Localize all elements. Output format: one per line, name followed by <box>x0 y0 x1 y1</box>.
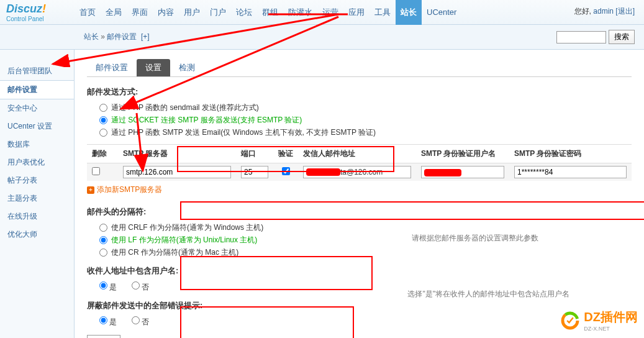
nav-antispam[interactable]: 防灌水 <box>283 0 317 25</box>
nav-portal[interactable]: 门户 <box>205 0 231 25</box>
radio-s4-no[interactable] <box>132 316 140 324</box>
nav-home[interactable]: 首页 <box>75 0 101 25</box>
port-input[interactable] <box>241 166 268 178</box>
nav-interface[interactable]: 界面 <box>127 0 153 25</box>
sidebar-item-ucenter[interactable]: UCenter 设置 <box>0 117 74 135</box>
th-delete: 删除 <box>87 145 118 163</box>
main-nav: 首页 全局 界面 内容 用户 门户 论坛 群组 防灌水 运营 应用 工具 站长 … <box>75 0 638 25</box>
section3-desc: 选择"是"将在收件人的邮件地址中包含站点用户名 <box>407 289 569 299</box>
nav-app[interactable]: 应用 <box>343 0 370 25</box>
radio-crlf[interactable] <box>99 224 107 232</box>
section4-title: 屏蔽邮件发送中的全部错误提示: <box>87 300 632 311</box>
breadcrumb-plus[interactable]: [+] <box>141 32 150 41</box>
sidebar-item-usertable[interactable]: 用户表优化 <box>0 153 74 171</box>
header: Discuz! Control Panel 首页 全局 界面 内容 用户 门户 … <box>0 0 644 25</box>
section3-title: 收件人地址中包含用户名: <box>87 265 632 276</box>
breadcrumb-root[interactable]: 站长 <box>84 32 99 41</box>
nav-global[interactable]: 全局 <box>101 0 127 25</box>
submit-button[interactable]: 提交 <box>87 335 120 338</box>
watermark-icon <box>560 311 580 331</box>
sidebar-item-thread-split[interactable]: 主题分表 <box>0 190 74 208</box>
nav-ucenter[interactable]: UCenter <box>422 0 461 25</box>
smtp-table: 删除 SMTP 服务器 端口 验证 发信人邮件地址 SMTP 身份验证用户名 S… <box>87 144 632 181</box>
radio-lf[interactable] <box>99 236 107 244</box>
tabs: 邮件设置 设置 检测 <box>87 59 632 77</box>
add-smtp-link[interactable]: +添加新SMTP服务器 <box>87 185 162 195</box>
label-php-smtp: 通过 PHP 函数 SMTP 发送 Email(仅 Windows 主机下有效,… <box>111 127 376 138</box>
content: 邮件设置 设置 检测 邮件发送方式: 通过 PHP 函数的 sendmail 发… <box>75 50 644 338</box>
plus-icon: + <box>87 186 94 194</box>
radio-socket[interactable] <box>99 116 107 124</box>
breadcrumb-page[interactable]: 邮件设置 <box>107 32 137 41</box>
tab-settings[interactable]: 设置 <box>137 59 170 76</box>
tab-mail-settings[interactable]: 邮件设置 <box>87 59 137 76</box>
nav-tools[interactable]: 工具 <box>370 0 396 25</box>
username-link[interactable]: admin <box>593 7 614 16</box>
th-server: SMTP 服务器 <box>118 145 236 163</box>
breadcrumb: 站长 » 邮件设置 [+] <box>84 32 556 42</box>
radio-s3-yes[interactable] <box>99 281 107 290</box>
auth-checkbox[interactable] <box>282 167 290 175</box>
tab-test[interactable]: 检测 <box>170 59 204 76</box>
nav-webmaster[interactable]: 站长 <box>396 0 422 25</box>
sidebar-item-database[interactable]: 数据库 <box>0 135 74 153</box>
nav-operation[interactable]: 运营 <box>317 0 343 25</box>
watermark: DZ插件网 DZ-X.NET <box>560 309 638 332</box>
search-button[interactable]: 搜索 <box>609 30 635 44</box>
section2-title: 邮件头的分隔符: <box>87 206 632 217</box>
nav-content[interactable]: 内容 <box>153 0 179 25</box>
radio-sendmail[interactable] <box>99 104 107 112</box>
th-port: 端口 <box>236 145 273 163</box>
email-input[interactable]: ta@126.com <box>303 166 411 178</box>
label-crlf: 使用 CRLF 作为分隔符(通常为 Windows 主机) <box>111 222 263 233</box>
nav-user[interactable]: 用户 <box>179 0 205 25</box>
radio-php-smtp[interactable] <box>99 129 107 137</box>
label-socket: 通过 SOCKET 连接 SMTP 服务器发送(支持 ESMTP 验证) <box>111 115 302 126</box>
sidebar-item-team[interactable]: 后台管理团队 <box>0 62 74 80</box>
th-email: 发信人邮件地址 <box>298 145 416 163</box>
radio-s4-yes[interactable] <box>99 316 107 324</box>
th-pass: SMTP 身份验证密码 <box>509 145 632 163</box>
sidebar: 后台管理团队 邮件设置 安全中心 UCenter 设置 数据库 用户表优化 帖子… <box>0 50 75 338</box>
sidebar-item-optimize[interactable]: 优化大师 <box>0 226 74 244</box>
sidebar-item-security[interactable]: 安全中心 <box>0 99 74 117</box>
section1-title: 邮件发送方式: <box>87 86 632 98</box>
label-sendmail: 通过 PHP 函数的 sendmail 发送(推荐此方式) <box>111 103 259 113</box>
nav-forum[interactable]: 论坛 <box>231 0 257 25</box>
th-user: SMTP 身份验证用户名 <box>416 145 509 163</box>
user-info: 您好, admin [退出] <box>574 6 635 17</box>
label-cr: 使用 CR 作为分隔符(通常为 Mac 主机) <box>111 247 238 258</box>
sidebar-item-upgrade[interactable]: 在线升级 <box>0 208 74 226</box>
smtp-user-input[interactable] <box>421 166 504 178</box>
breadcrumb-row: 站长 » 邮件设置 [+] 搜索 <box>0 25 644 50</box>
nav-group[interactable]: 群组 <box>257 0 283 25</box>
radio-s3-no[interactable] <box>132 281 140 290</box>
sidebar-item-mail[interactable]: 邮件设置 <box>0 80 74 99</box>
smtp-pass-input[interactable] <box>514 166 627 178</box>
th-auth: 验证 <box>273 145 298 163</box>
label-lf: 使用 LF 作为分隔符(通常为 Unix/Linux 主机) <box>111 235 257 245</box>
server-input[interactable] <box>123 166 231 178</box>
delete-checkbox[interactable] <box>92 167 100 175</box>
logo: Discuz! Control Panel <box>6 2 75 22</box>
section2-desc: 请根据您邮件服务器的设置调整此参数 <box>412 233 538 244</box>
table-row: ta@126.com <box>87 163 632 181</box>
logout-link[interactable]: [退出] <box>615 7 635 16</box>
radio-cr[interactable] <box>99 249 107 257</box>
sidebar-item-post-split[interactable]: 帖子分表 <box>0 171 74 190</box>
search-input[interactable] <box>556 31 606 43</box>
